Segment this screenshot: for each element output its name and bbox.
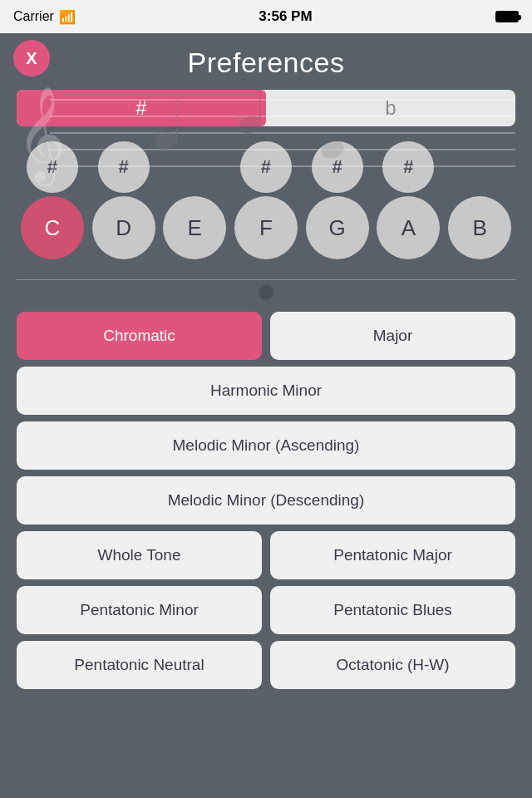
flat-option[interactable]: b — [266, 90, 515, 126]
pentatonic-minor-button[interactable]: Pentatonic Minor — [17, 586, 262, 634]
note-b-button[interactable]: B — [448, 196, 511, 259]
scale-row-6: Pentatonic Minor Pentatonic Blues — [17, 586, 515, 634]
page-title: Preferences — [188, 47, 345, 79]
carrier-label: Carrier — [13, 9, 54, 24]
notes-row: C D E F G A B — [17, 196, 515, 259]
sharp-a-button[interactable]: # — [382, 141, 434, 193]
scale-buttons: Chromatic Major Harmonic Minor Melodic M… — [0, 303, 532, 697]
scale-row-2: Harmonic Minor — [17, 367, 515, 415]
sharp-d-button[interactable]: # — [98, 141, 150, 193]
scale-row-7: Pentatonic Neutral Octatonic (H-W) — [17, 641, 515, 689]
pentatonic-neutral-button[interactable]: Pentatonic Neutral — [17, 641, 262, 689]
sharp-c-button[interactable]: # — [27, 141, 78, 193]
scale-row-5: Whole Tone Pentatonic Major — [17, 531, 515, 579]
scale-row-3: Melodic Minor (Ascending) — [17, 421, 515, 470]
decoration-dot — [259, 285, 273, 300]
sharps-row: # # # # # — [17, 141, 515, 196]
note-d-button[interactable]: D — [92, 196, 155, 259]
carrier-info: Carrier 📶 — [13, 9, 76, 25]
note-e-button[interactable]: E — [163, 196, 226, 259]
harmonic-minor-button[interactable]: Harmonic Minor — [17, 367, 515, 415]
sharp-g-button[interactable]: # — [312, 141, 363, 193]
whole-tone-button[interactable]: Whole Tone — [17, 531, 262, 579]
decoration-area — [0, 280, 532, 303]
scale-row-4: Melodic Minor (Descending) — [17, 476, 515, 525]
wifi-icon: 📶 — [59, 9, 76, 25]
melodic-minor-desc-button[interactable]: Melodic Minor (Descending) — [17, 476, 515, 525]
pentatonic-major-button[interactable]: Pentatonic Major — [270, 531, 515, 579]
scale-row-1: Chromatic Major — [17, 312, 515, 360]
status-bar: Carrier 📶 3:56 PM — [0, 0, 532, 33]
sharp-e-spacer — [169, 141, 220, 193]
chromatic-button[interactable]: Chromatic — [17, 312, 262, 360]
note-keys-section: # # # # # C D E F G A B — [0, 133, 532, 268]
pentatonic-blues-button[interactable]: Pentatonic Blues — [270, 586, 515, 634]
time-display: 3:56 PM — [259, 8, 312, 25]
major-button[interactable]: Major — [270, 312, 515, 360]
main-content: 𝄞 # # X Preferences # b # # # # # — [0, 33, 532, 697]
melodic-minor-asc-button[interactable]: Melodic Minor (Ascending) — [17, 421, 515, 470]
sharp-option[interactable]: # — [17, 90, 266, 126]
note-f-button[interactable]: F — [234, 196, 298, 259]
header: X Preferences — [0, 33, 532, 83]
sharp-b-spacer — [454, 141, 505, 193]
sharp-f-button[interactable]: # — [240, 141, 292, 193]
close-button[interactable]: X — [13, 40, 50, 76]
octatonic-hw-button[interactable]: Octatonic (H-W) — [270, 641, 515, 689]
note-a-button[interactable]: A — [377, 196, 440, 259]
note-c-button[interactable]: C — [21, 196, 84, 259]
sf-toggle: # b — [17, 90, 515, 126]
battery-icon — [495, 11, 519, 22]
note-g-button[interactable]: G — [306, 196, 369, 259]
